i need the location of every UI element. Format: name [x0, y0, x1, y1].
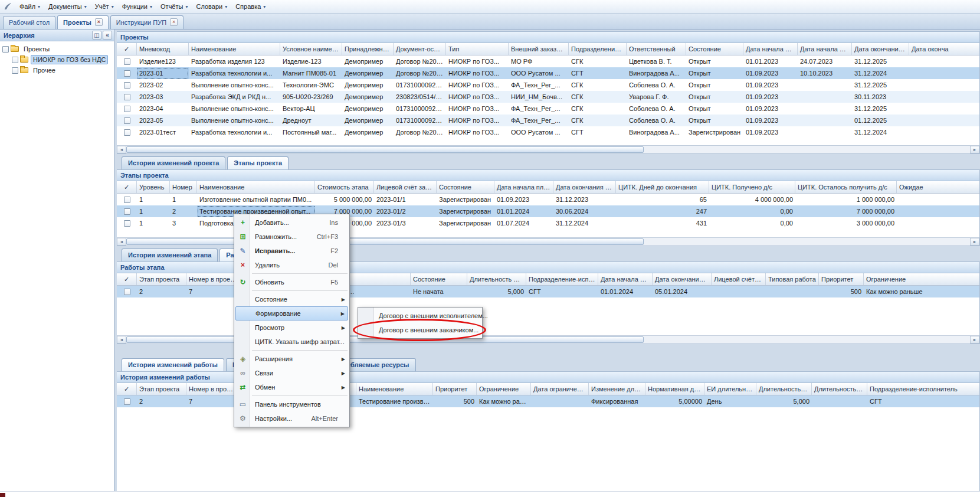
table-cell[interactable]: 01.01.2023: [743, 55, 798, 67]
table-cell[interactable]: НИОКР по ГОЗ...: [446, 115, 509, 126]
scroll-right-button[interactable]: ►: [970, 336, 979, 344]
row-checkbox[interactable]: [124, 117, 130, 124]
table-cell[interactable]: МО РФ: [509, 55, 569, 67]
menu-item-delete[interactable]: × Удалить Del: [235, 258, 348, 272]
column-header[interactable]: Ограничение: [864, 273, 979, 285]
table-cell[interactable]: 2023-03: [137, 91, 189, 103]
menu-item-edit[interactable]: ✎ Исправить... F2: [235, 244, 348, 258]
table-cell[interactable]: Как можно раньше: [864, 286, 979, 297]
column-header[interactable]: ЕИ длительности: [704, 383, 756, 395]
menu-item-links[interactable]: ∞ Связи ▶: [235, 366, 348, 380]
column-header[interactable]: Ответственный: [627, 43, 686, 55]
table-cell[interactable]: 01.09.2023: [743, 115, 798, 126]
tab-project-history[interactable]: История изменений проекта: [122, 156, 225, 169]
menu-item-view[interactable]: Просмотр ▶: [235, 321, 348, 335]
scroll-left-button[interactable]: ◄: [117, 146, 126, 153]
table-cell[interactable]: НИОКР по ГОЗ...: [446, 126, 509, 138]
menu-item-settings[interactable]: ⚙ Настройки... Alt+Enter: [235, 411, 348, 426]
column-header[interactable]: Длительность план: [467, 273, 526, 285]
column-header[interactable]: Дата окончания план: [553, 181, 616, 193]
table-cell[interactable]: Разработка технологии и...: [189, 126, 280, 138]
row-checkbox[interactable]: [124, 70, 130, 77]
row-checkbox[interactable]: [124, 106, 130, 112]
column-header[interactable]: Подразделение-ответственный: [569, 43, 627, 55]
table-cell[interactable]: ФА_Техн_Рег_...: [509, 79, 569, 91]
menu-documents[interactable]: Документы▾: [44, 1, 91, 12]
column-header[interactable]: Нормативная длительность: [645, 383, 704, 395]
table-cell[interactable]: Выполнение опытно-конс...: [189, 79, 280, 91]
column-header[interactable]: Наименование: [197, 181, 315, 193]
column-header[interactable]: Подразделение-исполнитель: [526, 273, 598, 285]
column-header[interactable]: ЦИТК. Дней до окончания: [616, 181, 709, 193]
tab-stage-history[interactable]: История изменений этапа: [122, 248, 218, 261]
table-cell[interactable]: 31.12.2024: [852, 67, 909, 79]
table-cell[interactable]: ФА_Техн_Рег_...: [509, 103, 569, 115]
column-header[interactable]: Мнемокод: [137, 43, 189, 55]
column-header[interactable]: Этап проекта: [137, 383, 186, 395]
menu-item-formation[interactable]: Формирование ▶: [235, 306, 348, 321]
column-header[interactable]: Тип: [446, 43, 509, 55]
table-cell[interactable]: Соболева О. А.: [627, 115, 686, 126]
table-row[interactable]: 2023-04Выполнение опытно-конс...Вектор-А…: [117, 103, 979, 115]
scroll-thumb[interactable]: [126, 146, 644, 153]
table-row[interactable]: 2023-03Разработка ЭКД и РКД н...905-U020…: [117, 91, 979, 103]
table-cell[interactable]: 65: [616, 194, 709, 205]
tab-projects[interactable]: Проекты×: [57, 15, 109, 29]
column-header[interactable]: Состояние: [437, 181, 494, 193]
table-cell[interactable]: 01.09.2023: [743, 91, 798, 103]
table-cell[interactable]: 3: [170, 217, 197, 229]
table-cell[interactable]: 30.11.2023: [852, 91, 909, 103]
table-cell[interactable]: [712, 286, 766, 297]
table-cell[interactable]: 017310000922...: [394, 79, 446, 91]
table-cell[interactable]: Дредноут: [280, 115, 342, 126]
table-cell[interactable]: НИОКР по ГОЗ...: [446, 103, 509, 115]
table-cell[interactable]: 7: [186, 395, 238, 407]
table-cell[interactable]: 05.01.2024: [653, 286, 712, 297]
menu-item-state[interactable]: Состояние ▶: [235, 292, 348, 306]
table-cell[interactable]: 2023-01: [137, 67, 189, 79]
scroll-left-button[interactable]: ◄: [117, 238, 126, 246]
table-cell[interactable]: Соболева О. А.: [627, 79, 686, 91]
table-cell[interactable]: 5,000: [756, 395, 812, 407]
menu-item-exchange[interactable]: ⇄ Обмен ▶: [235, 380, 348, 394]
menu-help[interactable]: Справка▾: [231, 1, 270, 12]
column-header[interactable]: Лицевой счёт затрат: [374, 181, 437, 193]
table-cell[interactable]: Не начата: [411, 286, 467, 297]
table-cell[interactable]: [897, 217, 979, 229]
column-header[interactable]: Документ-основание: [394, 43, 446, 55]
table-cell[interactable]: Открыт: [686, 67, 743, 79]
table-cell[interactable]: [798, 79, 852, 91]
table-cell[interactable]: 2023-01/1: [374, 194, 437, 205]
table-cell[interactable]: СГТ: [867, 395, 979, 407]
column-header[interactable]: Состояние: [686, 43, 743, 55]
column-header[interactable]: Этап проекта: [137, 273, 186, 285]
hierarchy-find-button[interactable]: ◫: [92, 31, 101, 40]
table-cell[interactable]: 30.06.2024: [553, 205, 616, 217]
table-cell[interactable]: 017310000922...: [394, 115, 446, 126]
column-header[interactable]: Условное наименование: [280, 43, 342, 55]
column-header[interactable]: Внешний заказчик: [509, 43, 569, 55]
table-cell[interactable]: [798, 91, 852, 103]
table-cell[interactable]: Демопример: [342, 79, 394, 91]
table-cell[interactable]: [798, 103, 852, 115]
table-cell[interactable]: Демопример: [342, 91, 394, 103]
column-header[interactable]: Номер в проекте: [186, 273, 241, 285]
table-cell[interactable]: 31.12.2023: [553, 194, 616, 205]
column-header[interactable]: Дата начала план.: [743, 43, 798, 55]
column-header[interactable]: Приоритет: [819, 273, 864, 285]
column-header[interactable]: Лицевой счёт затр: [712, 273, 766, 285]
table-cell[interactable]: [798, 126, 852, 138]
table-cell[interactable]: 1: [137, 194, 170, 205]
table-cell[interactable]: [909, 103, 979, 115]
table-cell[interactable]: СГК: [569, 91, 627, 103]
table-cell[interactable]: [909, 67, 979, 79]
table-row[interactable]: 2023-01Разработка технологии и...Магнит …: [117, 67, 979, 79]
projects-horizontal-scrollbar[interactable]: ◄ ►: [117, 145, 979, 153]
tree-checkbox[interactable]: [2, 46, 9, 53]
table-cell[interactable]: [909, 126, 979, 138]
column-header[interactable]: Приоритет: [433, 383, 477, 395]
column-header[interactable]: Изменение длительности: [589, 383, 645, 395]
column-header[interactable]: ✓: [117, 383, 137, 395]
table-cell[interactable]: ООО Русатом ...: [509, 126, 569, 138]
menu-dictionaries[interactable]: Словари▾: [192, 1, 231, 12]
